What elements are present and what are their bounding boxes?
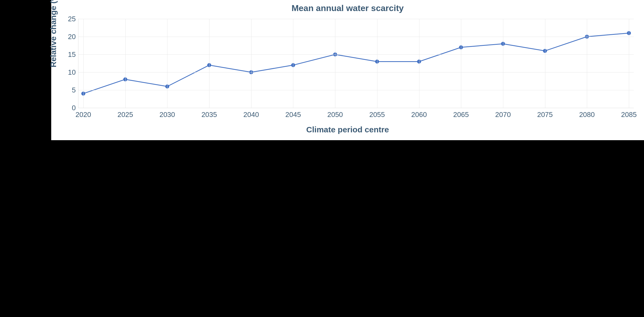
x-axis-label: Climate period centre	[51, 125, 644, 134]
gridline-h	[78, 54, 634, 55]
x-tick-label: 2025	[118, 108, 133, 119]
x-tick-label: 2060	[411, 108, 427, 119]
x-tick-label: 2045	[285, 108, 301, 119]
gridline-h	[78, 90, 634, 90]
gridline-v	[377, 19, 377, 108]
y-tick-label: 10	[68, 68, 78, 77]
chart-panel: Mean annual water scarcity Relative chan…	[51, 0, 644, 140]
x-tick-label: 2065	[453, 108, 469, 119]
x-tick-label: 2020	[75, 108, 91, 119]
y-tick-label: 25	[68, 15, 78, 23]
x-tick-label: 2070	[495, 108, 511, 119]
gridline-h	[78, 19, 634, 19]
gridline-v	[83, 19, 84, 108]
gridline-h	[78, 37, 634, 37]
series-line	[83, 33, 629, 94]
gridline-v	[419, 19, 419, 108]
x-tick-label: 2080	[579, 108, 595, 119]
gridline-v	[251, 19, 252, 108]
y-tick-label: 15	[68, 50, 78, 59]
x-tick-label: 2030	[159, 108, 175, 119]
gridline-v	[629, 19, 629, 108]
x-tick-label: 2050	[327, 108, 343, 119]
x-tick-label: 2040	[243, 108, 259, 119]
gridline-v	[167, 19, 167, 108]
y-tick-label: 20	[68, 33, 78, 41]
gridline-v	[587, 19, 587, 108]
x-tick-label: 2055	[369, 108, 385, 119]
plot-area: 0510152025202020252030203520402045205020…	[78, 19, 634, 108]
y-tick-label: 5	[72, 86, 78, 94]
gridline-v	[209, 19, 209, 108]
annotation-dotted-line	[125, 140, 126, 156]
gridline-v	[293, 19, 293, 108]
line-series	[78, 19, 634, 108]
annotation-dotted-line	[167, 140, 167, 156]
annotation-dotted-line	[83, 140, 84, 156]
gridline-v	[503, 19, 503, 108]
x-tick-label: 2085	[621, 108, 637, 119]
gridline-v	[545, 19, 545, 108]
gridline-v	[335, 19, 335, 108]
y-axis-label: Relative change (%)	[49, 0, 58, 67]
gridline-v	[125, 19, 126, 108]
x-tick-label: 2035	[201, 108, 217, 119]
gridline-h	[78, 72, 634, 73]
gridline-v	[461, 19, 461, 108]
chart-title: Mean annual water scarcity	[51, 3, 644, 13]
x-tick-label: 2075	[537, 108, 553, 119]
